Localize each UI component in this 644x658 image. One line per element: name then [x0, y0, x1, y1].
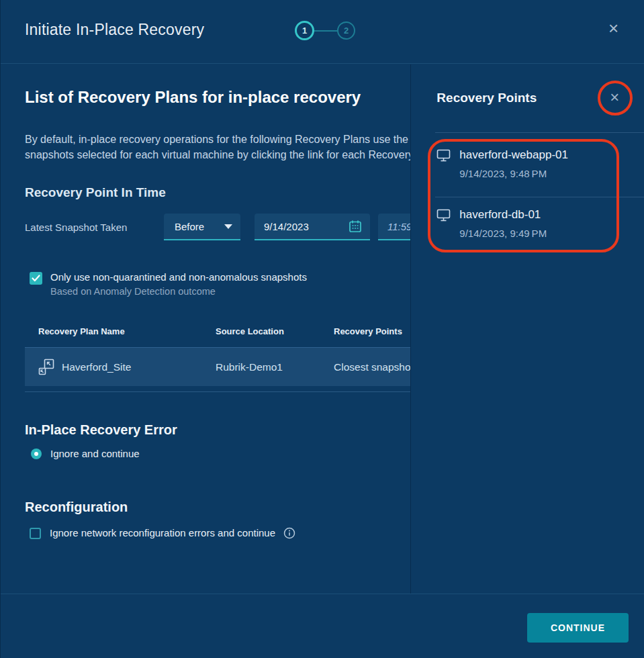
ignore-network-errors-label: Ignore network reconfiguration errors an…: [50, 527, 275, 538]
vm-name[interactable]: haverford-db-01: [459, 208, 541, 222]
recovery-point-item[interactable]: haverford-db-01 9/14/2023, 9:49 PM: [436, 208, 547, 239]
vm-name[interactable]: haverford-webapp-01: [459, 148, 568, 162]
latest-snapshot-taken-label: Latest Snapshot Taken: [25, 222, 164, 233]
calendar-icon[interactable]: [349, 220, 362, 233]
description-line-1: By default, in-place recovery operations…: [25, 134, 408, 146]
step-1-indicator[interactable]: 1: [295, 21, 314, 40]
snapshot-filter-texts: Only use non-quarantined and non-anomalo…: [50, 271, 307, 297]
date-value: 9/14/2023: [264, 221, 309, 232]
panel-close-icon[interactable]: ×: [610, 89, 619, 105]
dialog-title: Initiate In-Place Recovery: [25, 21, 204, 39]
source-location-cell: Rubrik-Demo1: [216, 361, 334, 373]
main-panel: List of Recovery Plans for in-place reco…: [1, 64, 411, 594]
recovery-points-title: Recovery Points: [436, 91, 537, 105]
ignore-and-continue-radio[interactable]: [31, 449, 42, 459]
recovery-plan-icon: [38, 359, 54, 376]
panel-divider: [435, 132, 644, 133]
description-line-2: snapshots selected for each virtual mach…: [25, 149, 411, 161]
recovery-points-panel: Recovery Points × haverford-webapp-01 9/…: [411, 64, 644, 594]
reconfiguration-heading: Reconfiguration: [25, 500, 128, 515]
snapshot-filter-checkbox[interactable]: [30, 272, 42, 285]
wizard-stepper: 1 2: [295, 21, 355, 40]
recovery-plan-name[interactable]: Haverford_Site: [62, 361, 131, 373]
chevron-down-icon: [224, 224, 232, 229]
step-2-indicator[interactable]: 2: [337, 21, 355, 40]
snapshot-filter-sublabel: Based on Anomaly Detection outcome: [50, 286, 307, 297]
recovery-plan-name-cell: Haverford_Site: [25, 359, 216, 376]
recovery-point-in-time-heading: Recovery Point In Time: [25, 185, 166, 200]
column-header-recovery-points: Recovery Points: [334, 326, 411, 336]
column-header-recovery-plan-name: Recovery Plan Name: [25, 326, 216, 336]
snapshot-filter-label: Only use non-quarantined and non-anomalo…: [50, 271, 307, 283]
ignore-and-continue-label: Ignore and continue: [50, 448, 140, 459]
snapshot-filter-row: Only use non-quarantined and non-anomalo…: [30, 271, 307, 297]
page-title: List of Recovery Plans for in-place reco…: [25, 88, 361, 107]
stepper-connector: [314, 30, 337, 32]
check-icon: [32, 275, 40, 282]
before-after-value: Before: [175, 221, 204, 232]
continue-button[interactable]: CONTINUE: [527, 613, 629, 643]
vm-monitor-icon: [436, 149, 451, 162]
dialog-body: List of Recovery Plans for in-place reco…: [1, 64, 644, 594]
recovery-point-item[interactable]: haverford-webapp-01 9/14/2023, 9:48 PM: [436, 148, 568, 179]
date-input[interactable]: 9/14/2023: [255, 214, 370, 240]
recovery-point-cell: Closest snapshot: [334, 361, 411, 373]
error-option-row: Ignore and continue: [31, 448, 140, 459]
list-item-divider: [435, 197, 644, 197]
column-header-source-location: Source Location: [216, 326, 334, 336]
reconfiguration-option-row: Ignore network reconfiguration errors an…: [30, 527, 295, 539]
table-header-row: Recovery Plan Name Source Location Recov…: [25, 316, 411, 347]
dialog-close-icon[interactable]: ×: [608, 19, 618, 37]
table-row[interactable]: Haverford_Site Rubrik-Demo1 Closest snap…: [25, 347, 411, 386]
vm-monitor-icon: [436, 209, 451, 222]
time-input[interactable]: 11:59 PM: [378, 214, 411, 240]
recovery-plans-table: Recovery Plan Name Source Location Recov…: [25, 316, 411, 386]
time-value: 11:59 PM: [387, 221, 411, 232]
dialog-footer: CONTINUE: [1, 594, 644, 658]
before-after-select[interactable]: Before: [164, 214, 240, 240]
vm-snapshot-timestamp: 9/14/2023, 9:48 PM: [459, 168, 568, 179]
vm-snapshot-timestamp: 9/14/2023, 9:49 PM: [459, 228, 547, 239]
ignore-network-errors-checkbox[interactable]: [30, 528, 41, 539]
reconfiguration-texts: Ignore network reconfiguration errors an…: [50, 527, 275, 539]
recovery-point-controls: Latest Snapshot Taken Before 9/14/2023: [25, 214, 411, 240]
initiate-recovery-dialog: Initiate In-Place Recovery 1 2 × List of…: [0, 0, 644, 658]
dialog-header: Initiate In-Place Recovery 1 2 ×: [1, 0, 644, 64]
table-bottom-divider: [25, 391, 411, 392]
in-place-recovery-error-heading: In-Place Recovery Error: [25, 422, 177, 438]
info-icon[interactable]: [283, 527, 295, 539]
